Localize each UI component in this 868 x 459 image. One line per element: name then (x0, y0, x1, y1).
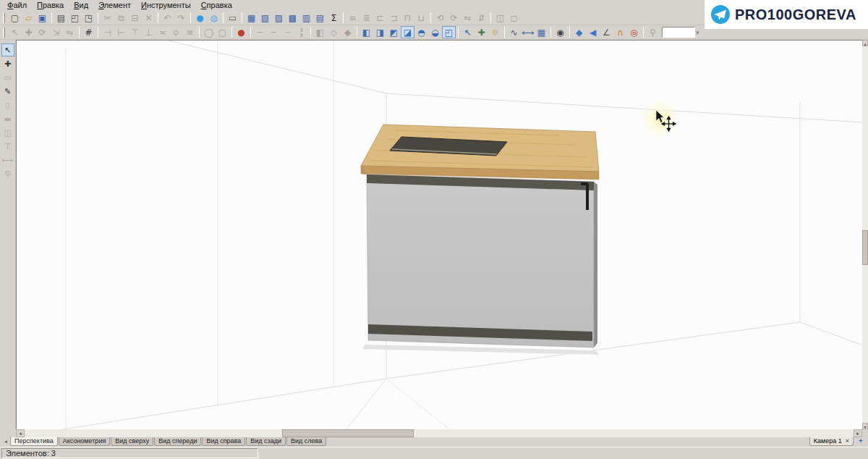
sum-icon[interactable]: Σ (327, 12, 341, 24)
rotate-left-icon[interactable]: ⟲ (433, 12, 447, 24)
report-price-icon[interactable]: ▩ (286, 12, 299, 24)
view-tab-2[interactable]: Аксонометрия (59, 437, 111, 446)
delete-icon[interactable]: ✕ (142, 12, 156, 24)
menu-item-4[interactable]: Элемент (93, 1, 136, 10)
horizontal-scrollbar-track[interactable]: ◂ ▸ (16, 429, 862, 437)
vertical-scrollbar-thumb[interactable] (862, 230, 868, 265)
spline-icon[interactable]: ∿ (507, 26, 521, 38)
report-cutting-icon[interactable]: ▧ (258, 12, 272, 24)
report-accessories-icon[interactable]: ▥ (299, 12, 313, 24)
view-front-icon[interactable]: ◧ (359, 26, 373, 38)
tab-scroll-left-icon[interactable]: ◂ (1, 437, 10, 446)
target-icon[interactable]: ◎ (627, 26, 641, 38)
undo-icon[interactable]: ↶ (161, 12, 174, 24)
eye-icon[interactable]: ◉ (553, 26, 567, 38)
group-icon[interactable]: ◫ (493, 12, 507, 24)
cabinet-3d[interactable] (361, 125, 600, 355)
align-bottom-icon[interactable]: ⊥ (142, 26, 156, 38)
distribute-horizontal-icon[interactable]: ≍ (156, 26, 169, 38)
camera-tab[interactable]: Камера 1 × (809, 437, 854, 446)
reference-point-icon[interactable]: ● (234, 26, 248, 38)
rounded-rect-tool-icon[interactable]: ▢ (216, 26, 229, 38)
redo-icon[interactable]: ↷ (174, 12, 188, 24)
flip-vertical-icon[interactable]: ⇵ (475, 12, 488, 24)
room-tool-icon[interactable]: ▭ (1, 71, 14, 84)
align-left-icon[interactable]: ⊣ (101, 26, 114, 38)
gallery-icon[interactable]: ◍ (207, 12, 221, 24)
pointer-tool-icon[interactable]: ↖ (1, 43, 14, 56)
scroll-up-icon[interactable]: ▴ (862, 40, 868, 46)
properties-icon[interactable]: ▭ (226, 12, 239, 24)
save-icon[interactable]: ▣ (35, 12, 49, 24)
view-tab-7[interactable]: Вид слева (286, 437, 326, 446)
paste-icon[interactable]: ⊟ (128, 12, 142, 24)
select-tool-icon[interactable]: ↖ (8, 26, 22, 38)
menu-item-1[interactable]: Файл (2, 1, 32, 10)
snap-tool-icon[interactable]: ✚ (1, 57, 14, 70)
mirror-tool-icon[interactable]: ⇋ (63, 26, 77, 38)
viewport-3d[interactable] (16, 40, 862, 429)
align-top-icon[interactable]: ⊤ (128, 26, 142, 38)
ungroup-icon[interactable]: ◻ (507, 12, 521, 24)
light-icon[interactable]: ☼ (488, 26, 502, 38)
wireframe-icon[interactable]: ◇ (327, 26, 341, 38)
move-tool-icon[interactable]: ✚ (22, 26, 35, 38)
zoom-tool-icon[interactable]: ⚲ (1, 167, 14, 180)
align-down-icon[interactable]: ⊔ (414, 12, 428, 24)
line-solid-icon[interactable]: ─ (253, 26, 267, 38)
menu-item-6[interactable]: Справка (196, 1, 237, 10)
print-icon[interactable]: ▤ (54, 12, 68, 24)
countertop-tool-icon[interactable]: ◫ (1, 126, 14, 139)
menu-item-2[interactable]: Правка (32, 1, 69, 10)
line-dashed-icon[interactable]: ╌ (267, 26, 281, 38)
print-preview-icon[interactable]: ◰ (68, 12, 82, 24)
vertical-scrollbar[interactable]: ▴ ▾ (862, 40, 868, 429)
ellipse-tool-icon[interactable]: ◯ (202, 26, 216, 38)
horizontal-scrollbar-thumb[interactable] (282, 429, 414, 437)
menu-item-3[interactable]: Вид (69, 1, 93, 10)
scroll-right-icon[interactable]: ▸ (854, 429, 862, 437)
angle-icon[interactable]: ∠ (600, 26, 613, 38)
view-tab-6[interactable]: Вид сзади (246, 437, 286, 446)
flip-horizontal-icon[interactable]: ⇋ (461, 12, 475, 24)
report-elements-icon[interactable]: ▦ (244, 12, 258, 24)
rotate-tool-icon[interactable]: ⟳ (35, 26, 49, 38)
new-file-icon[interactable]: ▢ (8, 12, 22, 24)
transparency-icon[interactable]: ◧ (313, 26, 327, 38)
horizontal-scrollbar[interactable]: ◂ ▸ (0, 429, 868, 437)
add-view-icon[interactable]: + (856, 437, 865, 446)
view-tab-5[interactable]: Вид справа (202, 437, 245, 446)
move-forward-icon[interactable]: ⊏ (373, 12, 387, 24)
dimension-tool-icon[interactable]: ⟷ (1, 153, 14, 167)
website-icon[interactable]: ● (193, 12, 207, 24)
view-right-icon[interactable]: ◪ (401, 26, 414, 38)
edge-style-icon[interactable]: ╏ (294, 26, 308, 38)
text-tool-icon[interactable]: T (1, 140, 14, 153)
scale-tool-icon[interactable]: ⇲ (49, 26, 63, 38)
magnet-icon[interactable]: ∩ (613, 26, 627, 38)
camera-select-icon[interactable]: ↖ (461, 26, 475, 38)
distribute-vertical-icon[interactable]: ≎ (169, 26, 183, 38)
camera-tab-close-icon[interactable]: × (846, 437, 849, 445)
board-tool-icon[interactable]: ▬ (1, 112, 14, 125)
paint-tool-icon[interactable]: ✎ (1, 85, 14, 98)
view-tab-3[interactable]: Вид сверху (111, 437, 153, 446)
solid-shading-icon[interactable]: ◆ (341, 26, 354, 38)
open-folder-icon[interactable]: ▱ (22, 12, 35, 24)
measure-icon[interactable]: ⟷ (521, 26, 535, 38)
view-left-icon[interactable]: ◩ (387, 26, 401, 38)
view-tab-1[interactable]: Перспектива (10, 437, 58, 446)
rotate-right-icon[interactable]: ⟳ (447, 12, 461, 24)
camera-pan-icon[interactable]: ✚ (475, 26, 488, 38)
line-dotted-icon[interactable]: ┄ (281, 26, 294, 38)
cut-icon[interactable]: ✂ (101, 12, 114, 24)
zoom-dropdown-icon[interactable]: ▾ (696, 29, 699, 36)
copy-icon[interactable]: ⧉ (114, 12, 128, 24)
view-bottom-icon[interactable]: ◒ (428, 26, 442, 38)
element-tool-icon[interactable]: ▯ (1, 98, 14, 111)
diamond-snap-icon[interactable]: ◆ (572, 26, 586, 38)
arrow-left-icon[interactable]: ◀ (586, 26, 600, 38)
view-tab-4[interactable]: Вид спереди (154, 437, 201, 446)
align-right-icon[interactable]: ⊢ (114, 26, 128, 38)
view-perspective-icon[interactable]: ◰ (442, 26, 456, 38)
